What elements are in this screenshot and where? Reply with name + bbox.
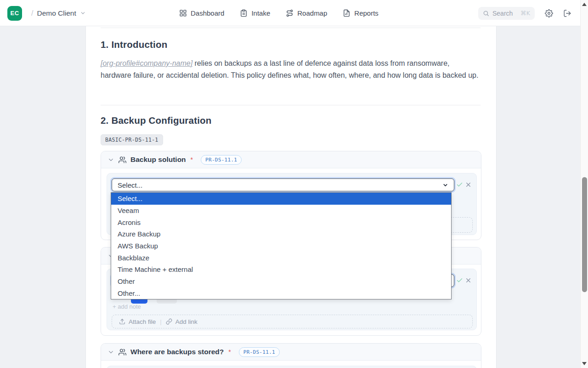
settings-button[interactable] — [545, 9, 553, 17]
section-divider — [101, 105, 481, 105]
required-asterisk: * — [191, 156, 193, 163]
introduction-paragraph: [org-profile#company-name] relies on bac… — [101, 58, 481, 81]
attach-file-label: Attach file — [129, 318, 156, 325]
question-label: Backup solution — [130, 155, 186, 164]
nav-label: Intake — [251, 9, 270, 17]
scroll-up-arrow[interactable] — [582, 3, 587, 6]
nav-item-reports[interactable]: Reports — [343, 9, 379, 17]
attach-file-button[interactable]: Attach file — [119, 318, 156, 325]
report-icon — [343, 9, 351, 17]
add-note-button[interactable]: + add note — [113, 303, 141, 310]
app-logo[interactable]: EC — [7, 6, 22, 21]
breadcrumb[interactable]: / Demo Client — [31, 9, 86, 17]
breadcrumb-separator: / — [31, 9, 33, 17]
vertical-scrollbar[interactable] — [580, 0, 588, 368]
select-chevron-icon — [442, 182, 448, 188]
add-link-button[interactable]: Add link — [166, 318, 198, 325]
scrollbar-thumb[interactable] — [582, 177, 587, 292]
dropdown-option[interactable]: Backblaze — [111, 252, 451, 264]
dropdown-option[interactable]: Azure Backup — [111, 228, 451, 240]
dropdown-option[interactable]: Other — [111, 276, 451, 288]
control-ref-badge: PR-DS-11.1 — [201, 155, 242, 165]
dropdown-option[interactable]: Time Machine + external — [111, 264, 451, 276]
dropdown-option[interactable]: Acronis — [111, 216, 451, 228]
search-shortcut: ⌘K — [520, 10, 530, 17]
chevron-down-icon — [80, 10, 86, 16]
attachment-dropzone: Attach file | Add link — [112, 315, 473, 328]
route-icon — [286, 9, 294, 17]
add-link-label: Add link — [175, 318, 198, 325]
question-label: Where are backups stored? — [130, 348, 224, 356]
nav-label: Dashboard — [191, 9, 224, 17]
search-input[interactable]: Search ⌘K — [478, 7, 535, 20]
answer-panel — [107, 366, 477, 368]
upload-icon — [119, 318, 125, 325]
nav-item-roadmap[interactable]: Roadmap — [286, 9, 327, 17]
clipboard-icon — [240, 9, 248, 17]
nav-label: Roadmap — [297, 9, 327, 17]
org-profile-placeholder-link[interactable]: [org-profile#company-name] — [101, 59, 192, 67]
dropdown-option[interactable]: AWS Backup — [111, 240, 451, 252]
nav-label: Reports — [354, 9, 379, 17]
search-icon — [483, 10, 489, 17]
backup-solution-select[interactable]: Select... — [112, 178, 454, 191]
dropdown-option[interactable]: Other... — [111, 287, 451, 299]
nav-item-intake[interactable]: Intake — [240, 9, 270, 17]
confirm-check-icon[interactable] — [456, 277, 463, 284]
logout-button[interactable] — [563, 9, 571, 17]
select-value: Select... — [118, 181, 442, 189]
required-asterisk: * — [228, 348, 231, 356]
logout-icon — [563, 9, 571, 17]
link-icon — [166, 318, 172, 325]
question-card-backup-storage: Where are backups stored? * PR-DS-11.1 — [101, 343, 481, 368]
dropdown-option[interactable]: Select... — [111, 193, 451, 205]
control-id-badge: BASIC-PR-DS-11-1 — [101, 134, 163, 145]
section-heading-backup-configuration: 2. Backup Configuration — [101, 115, 212, 126]
section-divider — [101, 28, 481, 28]
document-panel: 1. Introduction [org-profile#company-nam… — [85, 26, 497, 368]
dropdown-option[interactable]: Veeam — [111, 205, 451, 217]
users-icon — [119, 156, 126, 164]
grid-icon — [179, 9, 187, 17]
client-name: Demo Client — [37, 9, 76, 17]
backup-solution-dropdown-list: Select... Veeam Acronis Azure Backup AWS… — [111, 192, 452, 299]
gear-icon — [545, 9, 553, 17]
top-navbar: EC / Demo Client Dashboard Intake Ro — [0, 0, 588, 26]
collapse-chevron-icon[interactable] — [107, 349, 114, 356]
users-icon — [119, 348, 126, 356]
scroll-down-arrow[interactable] — [582, 362, 587, 365]
control-ref-badge: PR-DS-11.1 — [239, 347, 280, 357]
clear-x-icon[interactable] — [465, 181, 472, 188]
confirm-check-icon[interactable] — [456, 181, 463, 188]
collapse-chevron-icon[interactable] — [107, 156, 114, 163]
section-heading-introduction: 1. Introduction — [101, 39, 167, 50]
nav-item-dashboard[interactable]: Dashboard — [179, 9, 224, 17]
search-placeholder: Search — [492, 10, 517, 17]
clear-x-icon[interactable] — [465, 277, 472, 284]
attach-separator: | — [160, 318, 162, 325]
